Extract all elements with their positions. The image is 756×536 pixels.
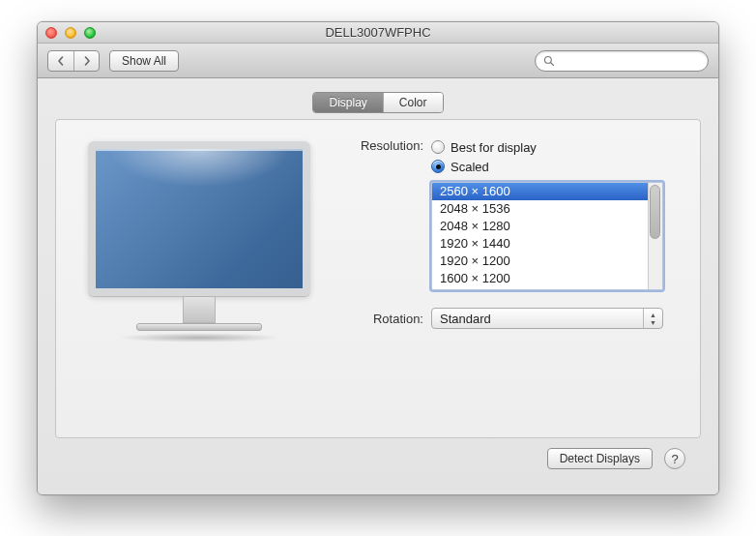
search-icon <box>543 55 555 67</box>
tabs: Display Color <box>312 92 443 113</box>
rotation-select[interactable]: Standard ▲▼ <box>431 308 663 329</box>
history-nav <box>47 50 100 72</box>
select-stepper-icon: ▲▼ <box>643 309 662 328</box>
resolution-option[interactable]: 2048 × 1280 <box>432 218 648 235</box>
svg-line-1 <box>551 62 554 65</box>
display-preferences-window: DELL3007WFPHC Show All Display Color <box>37 21 719 495</box>
resolution-option[interactable]: 2560 × 1600 <box>432 183 648 200</box>
search-field[interactable] <box>535 50 709 72</box>
resolution-option[interactable]: 1920 × 1200 <box>432 253 648 270</box>
radio-icon <box>431 160 445 173</box>
monitor-graphic <box>73 137 325 420</box>
rotation-label: Rotation: <box>344 311 431 326</box>
resolution-label: Resolution: <box>344 137 431 153</box>
search-input[interactable] <box>560 54 700 68</box>
tab-display[interactable]: Display <box>313 93 382 112</box>
rotation-value: Standard <box>440 312 491 326</box>
chevron-right-icon <box>82 56 92 66</box>
toolbar: Show All <box>38 44 718 78</box>
traffic-lights <box>38 27 96 39</box>
back-button[interactable] <box>48 51 73 71</box>
footer: Detect Displays ? <box>55 438 701 481</box>
minimize-icon[interactable] <box>65 27 76 39</box>
radio-icon <box>431 140 445 154</box>
detect-displays-button[interactable]: Detect Displays <box>547 448 653 469</box>
resolution-list[interactable]: 2560 × 1600 2048 × 1536 2048 × 1280 1920… <box>431 182 663 290</box>
chevron-left-icon <box>56 56 66 66</box>
resolution-scaled-radio[interactable]: Scaled <box>431 157 683 176</box>
radio-label: Scaled <box>451 160 489 174</box>
window-title: DELL3007WFPHC <box>38 25 718 40</box>
resolution-option[interactable]: 1920 × 1440 <box>432 235 648 253</box>
monitor-screen-icon <box>88 141 310 296</box>
scrollbar-thumb[interactable] <box>650 185 660 239</box>
resolution-option[interactable]: 2048 × 1536 <box>432 200 648 218</box>
content: Display Color Resolution: Best for displ… <box>38 78 718 494</box>
display-panel: Resolution: Best for display Scaled <box>55 119 701 438</box>
show-all-button[interactable]: Show All <box>109 50 179 72</box>
settings-column: Resolution: Best for display Scaled <box>344 137 683 420</box>
tab-color[interactable]: Color <box>383 93 443 112</box>
titlebar: DELL3007WFPHC <box>38 22 718 44</box>
help-button[interactable]: ? <box>664 448 685 469</box>
forward-button[interactable] <box>73 51 99 71</box>
resolution-option[interactable]: 1600 × 1200 <box>432 270 648 287</box>
radio-label: Best for display <box>451 140 537 155</box>
zoom-icon[interactable] <box>84 27 96 39</box>
close-icon[interactable] <box>45 27 57 39</box>
scrollbar[interactable] <box>648 183 662 289</box>
resolution-best-radio[interactable]: Best for display <box>431 137 683 157</box>
